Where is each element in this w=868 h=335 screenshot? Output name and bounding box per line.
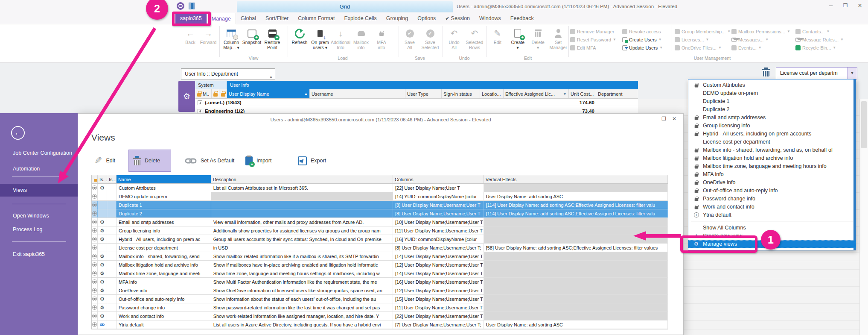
dropdown-item-out-of-office-and-auto-reply-info[interactable]: Out-of-office and auto-reply info (688, 186, 856, 194)
grid-column-header-lock[interactable] (219, 89, 227, 98)
ribbon-button-create-users[interactable]: Create Users▼ (622, 36, 670, 43)
minimize-button[interactable]: ─ (826, 3, 836, 9)
grid-column-header-department[interactable]: Department (596, 89, 637, 98)
ribbon-button-message-rules-[interactable]: Message Rules...▼ (795, 36, 848, 43)
vertical-scrollbar[interactable] (859, 99, 868, 335)
ribbon-button-edit[interactable]: ✎Edit (487, 25, 508, 50)
views-table-header-is-[interactable]: Is... (107, 175, 117, 183)
scrollbar-thumb[interactable] (861, 101, 867, 148)
views-table-row[interactable]: Duplicate 1[8] User Display Name;Usernam… (92, 201, 668, 209)
row-select-cell[interactable] (92, 252, 98, 260)
dropdown-item-hybrid-all-users-including-on-prem-accounts[interactable]: Hybrid - All users, including on-prem ac… (688, 129, 856, 138)
tab-options[interactable]: Options (413, 13, 440, 24)
sidebar-item-automation[interactable]: Automation (0, 162, 78, 175)
sidebar-item-process-log[interactable]: Process Log (0, 223, 78, 236)
grid-column-header-lock[interactable] (212, 89, 219, 98)
ribbon-button-selected-rows[interactable]: ↶SelectedRows (464, 25, 485, 50)
toolbar-button-export[interactable]: Export (294, 150, 330, 172)
row-select-cell[interactable] (92, 295, 98, 303)
grid-column-header-locatio-[interactable]: Locatio... (480, 89, 504, 98)
expand-icon[interactable] (198, 100, 202, 105)
row-select-cell[interactable] (92, 303, 98, 311)
tab-windows[interactable]: Windows (475, 13, 506, 24)
row-select-cell[interactable] (92, 312, 98, 320)
row-select-cell[interactable] (92, 226, 98, 235)
toolbar-button-set-as-default[interactable]: Set As Default (181, 150, 239, 172)
views-table-row[interactable]: ⚙Mailbox info - shared, forwarding, send… (92, 252, 668, 261)
view-selector-dropdown-icon[interactable]: ▼ (847, 68, 857, 79)
row-select-cell[interactable] (92, 286, 98, 294)
grid-column-header-username[interactable]: Username (310, 89, 405, 98)
sidebar-item-views[interactable]: Views (0, 184, 78, 197)
dropdown-item-demo-update-on-prem[interactable]: DEMO update on-prem (688, 89, 856, 97)
dropdown-item-mailbox-litigation-hold-and-archive-info[interactable]: Mailbox litigation hold and archive info (688, 154, 856, 162)
dropdown-item-duplicate-1[interactable]: Duplicate 1 (688, 97, 856, 105)
ribbon-button-additional-info[interactable]: ↓AdditionalInfo (330, 25, 351, 50)
views-table-header-description[interactable]: Description (211, 175, 393, 183)
dialog-minimize-button[interactable]: ─ (652, 116, 656, 122)
ribbon-button-save-selected[interactable]: SaveSelected (420, 25, 440, 50)
dialog-close-button[interactable]: ✕ (672, 116, 676, 122)
dropdown-item-mfa-info[interactable]: MFA info (688, 170, 856, 178)
views-table-row[interactable]: ⚙Work and contact infoShow work-related … (92, 312, 668, 320)
sidebar-item-exit-sapio365[interactable]: Exit sapio365 (0, 248, 78, 261)
dialog-restore-button[interactable]: ❐ (661, 116, 666, 122)
ribbon-button-snapshot[interactable]: Snapshot (242, 25, 262, 50)
views-table-header-vertical-effects[interactable]: Vertical Effects (484, 175, 668, 183)
tab-session[interactable]: ✔Session (440, 13, 475, 24)
back-button[interactable]: ← (11, 126, 25, 140)
row-select-cell[interactable] (92, 218, 98, 226)
views-table-row[interactable]: Duplicate 2[8] User Display Name;Usernam… (92, 209, 668, 218)
ribbon-button-on-prem-users-[interactable]: On-premusers ▾ (310, 25, 330, 50)
dropdown-item-duplicate-2[interactable]: Duplicate 2 (688, 105, 856, 113)
ribbon-button-onedrive-files-[interactable]: OneDrive Files...▼ (675, 44, 730, 51)
grid-column-header-effective-assigned-lic-[interactable]: Effective Assigned Lic...▼ (504, 89, 569, 98)
views-table-header-name[interactable]: Name (117, 175, 211, 183)
row-select-cell[interactable] (92, 269, 98, 277)
ribbon-button-licenses-[interactable]: Licenses...▼ (675, 36, 730, 43)
grid-column-header-user-display-name[interactable]: User Display Name▲ (227, 89, 310, 98)
close-button[interactable]: ✕ (855, 3, 865, 9)
row-select-cell[interactable] (92, 235, 98, 243)
tab-global[interactable]: Global (236, 13, 261, 24)
ribbon-button-back[interactable]: ←Back (181, 25, 199, 45)
field-selector-combo[interactable]: User Info :: Department ▲ (181, 68, 275, 79)
dropdown-item-mailbox-info-shared-forwarding-send-as-on-behalf-of[interactable]: Mailbox info - shared, forwarding, send … (688, 146, 856, 154)
row-select-cell[interactable] (92, 278, 98, 286)
views-table-row[interactable]: ⚙Group licensing infoAdditionally show p… (92, 226, 668, 235)
grid-column-header-sign-in-status[interactable]: Sign-in status (442, 89, 480, 98)
views-table-row[interactable]: ⚙Hybrid - All users, including on-prem a… (92, 235, 668, 244)
toolbar-button-import[interactable]: Import (241, 150, 276, 172)
ribbon-button-messages-[interactable]: Messages...▼ (731, 36, 794, 43)
ribbon-button-save-all[interactable]: SaveAll (399, 25, 420, 50)
ribbon-button-undo-all[interactable]: ↶UndoAll (444, 25, 464, 50)
views-table-row[interactable]: ⚙Out-of-office and auto-reply infoShow i… (92, 295, 668, 303)
tab-sort-filter[interactable]: Sort/Filter (261, 13, 293, 24)
grid-column-header-m-[interactable]: M.. (195, 89, 212, 98)
delete-view-button[interactable] (762, 68, 770, 77)
views-table-row[interactable]: Ytria defaultList all users in Azure Act… (92, 320, 668, 329)
grid-settings-block[interactable]: ⚙ (178, 81, 195, 112)
ribbon-button-restore-point[interactable]: RestorePoint (262, 25, 283, 50)
band-system[interactable]: System (195, 81, 227, 89)
view-selector-combo[interactable]: License cost per departm ▼ (776, 67, 857, 79)
views-table-row[interactable]: ⚙Email and smtp addressesView email info… (92, 218, 668, 226)
dropdown-item-onedrive-info[interactable]: OneDrive info (688, 178, 856, 186)
ribbon-button-reset-password[interactable]: Reset Password▼ (570, 36, 620, 43)
ribbon-button-recycle-bin-[interactable]: Recycle Bin...▼ (795, 44, 848, 51)
views-table-row[interactable]: ⚙Mailbox time zone, language and meetiSh… (92, 269, 668, 278)
tab-explode-cells[interactable]: Explode Cells (339, 13, 381, 24)
ribbon-button-create-[interactable]: Create▾ (508, 25, 528, 50)
views-table-row[interactable]: ⚙Mailbox litigation hold and archive inf… (92, 261, 668, 269)
ribbon-button-remove-manager[interactable]: Remove Manager (570, 28, 620, 35)
row-select-cell[interactable] (92, 192, 98, 200)
row-select-cell[interactable] (92, 261, 98, 269)
row-select-cell[interactable] (92, 244, 98, 252)
dropdown-item-custom-attributes[interactable]: Custom Attributes (688, 81, 856, 89)
sidebar-item-job-center-configuration[interactable]: Job Center Configuration (0, 147, 78, 159)
ribbon-button-update-users[interactable]: Update Users▼ (622, 44, 670, 51)
tab-grouping[interactable]: Grouping (382, 13, 413, 24)
dropdown-item-work-and-contact-info[interactable]: Work and contact info (688, 203, 856, 211)
views-table-row[interactable]: ⚙Custom AttributesList all Custom Attrib… (92, 184, 668, 192)
views-table-row[interactable]: License cost per departmentin USD[8] Use… (92, 244, 668, 252)
